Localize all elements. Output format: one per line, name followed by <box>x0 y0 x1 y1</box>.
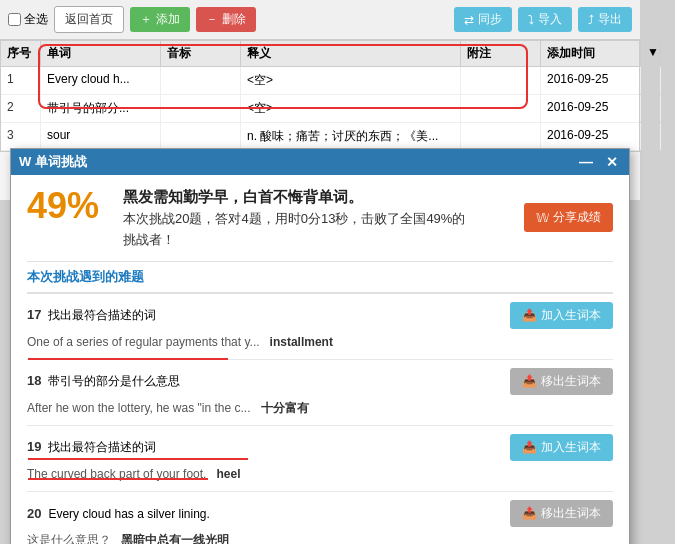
col-word: 单词 <box>41 41 161 66</box>
modal-titlebar: W 单词挑战 — ✕ <box>11 149 629 175</box>
question-type-18: 带引号的部分是什么意思 <box>48 374 180 388</box>
remove-vocab-button-18[interactable]: 📤 移出生词本 <box>510 368 613 395</box>
question-item-17: 17 找出最符合描述的词 📤 加入生词本 One of a series of … <box>27 294 613 360</box>
question-num-18: 18 <box>27 373 45 388</box>
stats-text: 本次挑战20题，答对4题，用时0分13秒，击败了全国49%的挑战者！ <box>123 209 465 251</box>
col-phonetic: 音标 <box>161 41 241 66</box>
add-vocab-button-19[interactable]: 📤 加入生词本 <box>510 434 613 461</box>
col-sort: ▼ <box>641 41 661 66</box>
row-note-2 <box>461 95 541 122</box>
question-header-18: 18 带引号的部分是什么意思 📤 移出生词本 <box>27 368 613 395</box>
remove-vocab-button-20[interactable]: 📤 移出生词本 <box>510 500 613 527</box>
plus-icon: ＋ <box>140 11 152 28</box>
question-title-17: 17 找出最符合描述的词 <box>27 307 156 324</box>
remove-vocab-icon-18: 📤 <box>522 374 537 388</box>
question-num-17: 17 <box>27 307 45 322</box>
row-phonetic-2 <box>161 95 241 122</box>
percent-display: 49% <box>27 185 107 227</box>
add-button[interactable]: ＋ 添加 <box>130 7 190 32</box>
question-list: 17 找出最符合描述的词 📤 加入生词本 One of a series of … <box>27 294 613 544</box>
row-action-2 <box>641 95 661 122</box>
row-date-1: 2016-09-25 <box>541 67 641 94</box>
export-icon: ⤴ <box>588 13 594 27</box>
row-meaning-2: <空> <box>241 95 461 122</box>
add-vocab-button-17[interactable]: 📤 加入生词本 <box>510 302 613 329</box>
table-row[interactable]: 3 sour n. 酸味；痛苦；讨厌的东西；《美... 2016-09-25 <box>1 123 639 151</box>
question-body-18: After he won the lottery, he was "in the… <box>27 399 613 417</box>
sync-icon: ⇄ <box>464 13 474 27</box>
row-phonetic-1 <box>161 67 241 94</box>
modal-title: W 单词挑战 <box>19 153 87 171</box>
question-title-20: 20 Every cloud has a silver lining. <box>27 506 210 521</box>
select-all-checkbox[interactable] <box>8 13 21 26</box>
modal-body: 49% 黑发需知勤学早，白首不悔背单词。 本次挑战20题，答对4题，用时0分13… <box>11 175 629 544</box>
question-header-17: 17 找出最符合描述的词 📤 加入生词本 <box>27 302 613 329</box>
add-vocab-icon-19: 📤 <box>522 440 537 454</box>
row-note-1 <box>461 67 541 94</box>
home-button[interactable]: 返回首页 <box>54 6 124 33</box>
quote-text: 黑发需知勤学早，白首不悔背单词。 <box>123 185 465 209</box>
challenge-modal: W 单词挑战 — ✕ 49% 黑发需知勤学早，白首不悔背单词。 本次挑战20题，… <box>10 148 630 544</box>
delete-button[interactable]: － 删除 <box>196 7 256 32</box>
question-item-20: 20 Every cloud has a silver lining. 📤 移出… <box>27 492 613 544</box>
question-num-19: 19 <box>27 439 45 454</box>
question-title-19: 19 找出最符合描述的词 <box>27 439 156 456</box>
word-table: 序号 单词 音标 释义 附注 添加时间 ▼ 1 Every cloud h...… <box>0 40 640 152</box>
question-body-20: 这是什么意思？ 黑暗中总有一线光明 <box>27 531 613 544</box>
answer-18: 十分富有 <box>261 401 309 415</box>
question-type-17: 找出最符合描述的词 <box>48 308 156 322</box>
stats-row: 49% 黑发需知勤学早，白首不悔背单词。 本次挑战20题，答对4题，用时0分13… <box>27 185 613 251</box>
question-header-20: 20 Every cloud has a silver lining. 📤 移出… <box>27 500 613 527</box>
minimize-button[interactable]: — <box>577 154 595 170</box>
row-date-3: 2016-09-25 <box>541 123 641 150</box>
row-word-1: Every cloud h... <box>41 67 161 94</box>
question-body-17: One of a series of regular payments that… <box>27 333 613 351</box>
row-phonetic-3 <box>161 123 241 150</box>
select-all-label[interactable]: 全选 <box>8 11 48 28</box>
select-all-text: 全选 <box>24 11 48 28</box>
question-item-19: 19 找出最符合描述的词 📤 加入生词本 The curved back par… <box>27 426 613 492</box>
question-type-19: 找出最符合描述的词 <box>48 440 156 454</box>
question-type-20: Every cloud has a silver lining. <box>48 507 209 521</box>
row-action-3 <box>641 123 661 150</box>
col-meaning: 释义 <box>241 41 461 66</box>
question-num-20: 20 <box>27 506 45 521</box>
row-num-1: 1 <box>1 67 41 94</box>
col-num: 序号 <box>1 41 41 66</box>
answer-17: installment <box>270 335 333 349</box>
question-body-19: The curved back part of your foot. heel <box>27 465 613 483</box>
share-button[interactable]: 𝕎 分享成绩 <box>524 203 613 232</box>
row-word-3: sour <box>41 123 161 150</box>
row-note-3 <box>461 123 541 150</box>
row-num-3: 3 <box>1 123 41 150</box>
toolbar: 全选 返回首页 ＋ 添加 － 删除 ⇄ 同步 ⤵ 导入 ⤴ 导出 <box>0 0 640 40</box>
answer-20: 黑暗中总有一线光明 <box>121 533 229 544</box>
col-date: 添加时间 <box>541 41 641 66</box>
question-title-18: 18 带引号的部分是什么意思 <box>27 373 180 390</box>
row-meaning-3: n. 酸味；痛苦；讨厌的东西；《美... <box>241 123 461 150</box>
row-date-2: 2016-09-25 <box>541 95 641 122</box>
add-vocab-icon-17: 📤 <box>522 308 537 322</box>
answer-19: heel <box>216 467 240 481</box>
question-header-19: 19 找出最符合描述的词 📤 加入生词本 <box>27 434 613 461</box>
close-button[interactable]: ✕ <box>603 154 621 170</box>
col-note: 附注 <box>461 41 541 66</box>
sync-button[interactable]: ⇄ 同步 <box>454 7 512 32</box>
import-button[interactable]: ⤵ 导入 <box>518 7 572 32</box>
question-item-18: 18 带引号的部分是什么意思 📤 移出生词本 After he won the … <box>27 360 613 426</box>
stats-description: 黑发需知勤学早，白首不悔背单词。 本次挑战20题，答对4题，用时0分13秒，击败… <box>123 185 465 251</box>
table-row[interactable]: 1 Every cloud h... <空> 2016-09-25 <box>1 67 639 95</box>
row-meaning-1: <空> <box>241 67 461 94</box>
row-action-1 <box>641 67 661 94</box>
row-word-2: 带引号的部分... <box>41 95 161 122</box>
weibo-icon: 𝕎 <box>536 211 549 225</box>
table-header: 序号 单词 音标 释义 附注 添加时间 ▼ <box>1 41 639 67</box>
challenge-section-title: 本次挑战遇到的难题 <box>27 261 613 294</box>
table-row[interactable]: 2 带引号的部分... <空> 2016-09-25 <box>1 95 639 123</box>
import-icon: ⤵ <box>528 13 534 27</box>
export-button[interactable]: ⤴ 导出 <box>578 7 632 32</box>
row-num-2: 2 <box>1 95 41 122</box>
minus-icon: － <box>206 11 218 28</box>
remove-vocab-icon-20: 📤 <box>522 506 537 520</box>
